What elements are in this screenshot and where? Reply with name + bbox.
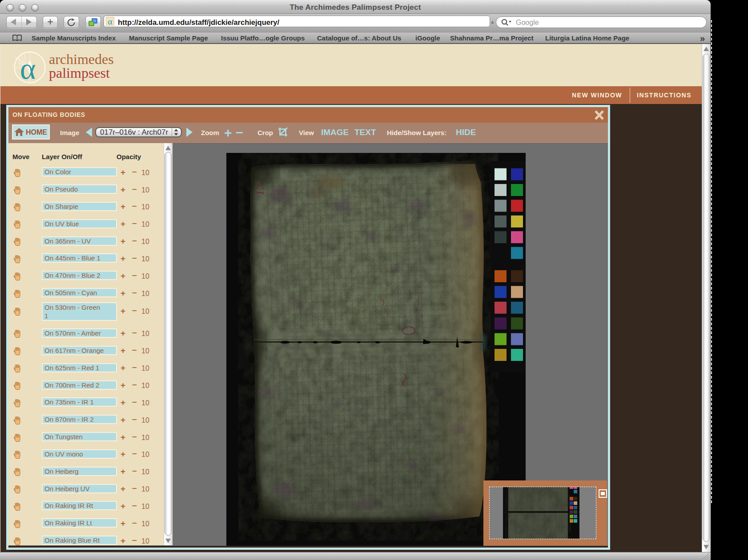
svg-text:α: α	[20, 52, 36, 84]
svg-text:17: 17	[253, 183, 268, 197]
